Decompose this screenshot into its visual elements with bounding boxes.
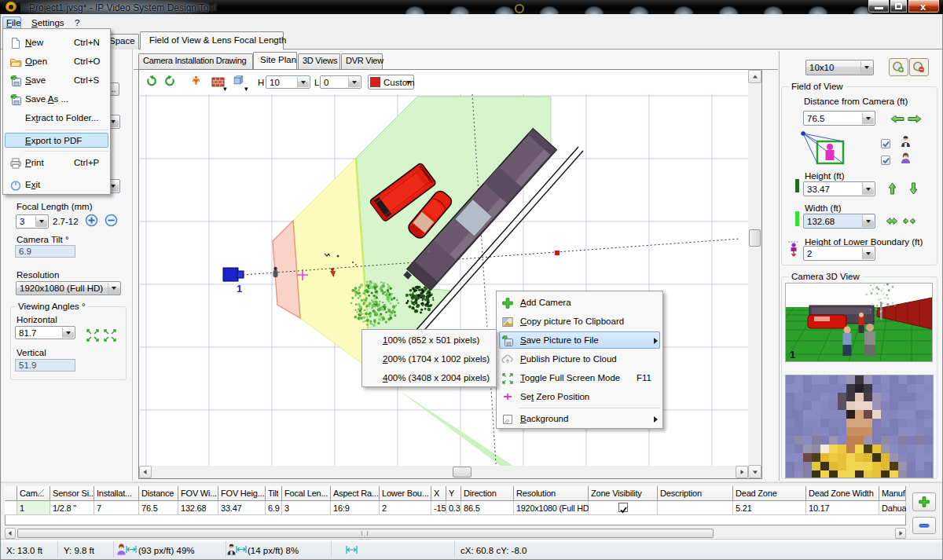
svg-text:1: 1 [790,349,795,361]
svg-text:1: 1 [237,283,242,295]
